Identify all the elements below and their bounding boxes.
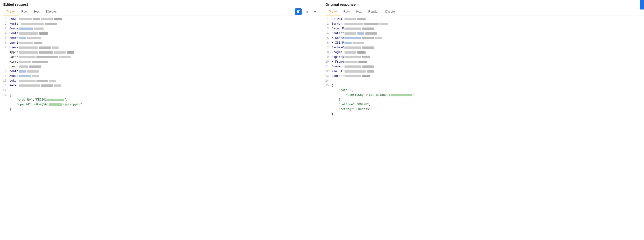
code-line: },	[322, 97, 644, 102]
tab-actions-left: \n ≡	[295, 8, 319, 15]
code-line: 13 Content	[322, 74, 644, 78]
code-line: 10 X-Frame	[322, 60, 644, 64]
code-line: 3 Date: M	[322, 26, 644, 31]
code-line: 11 Connect	[322, 64, 644, 69]
wrap-button[interactable]: \n	[304, 8, 310, 15]
code-line: "retMsg":"Success!"	[322, 107, 644, 112]
tab-raw-left[interactable]: Raw	[18, 8, 31, 16]
tab-render-right[interactable]: Render	[365, 8, 382, 16]
tab-hex-left[interactable]: Hex	[31, 8, 43, 16]
code-line: 7 Cache-C	[322, 45, 644, 50]
main-container: Edited request ⌄ Pretty Raw Hex iCrypto …	[0, 0, 644, 240]
tab-pretty-left[interactable]: Pretty	[3, 8, 18, 16]
code-line: Apple	[0, 50, 322, 55]
original-response-panel: Original response ⌄ Pretty Raw Hex Rende…	[322, 0, 644, 240]
code-line: 3 Conne	[0, 26, 322, 31]
code-line: "data":{	[322, 88, 644, 93]
tab-raw-right[interactable]: Raw	[340, 8, 353, 16]
tab-pretty-right[interactable]: Pretty	[326, 8, 340, 16]
code-line: 7 User-	[0, 45, 322, 50]
svg-rect-1	[297, 11, 299, 12]
edited-request-header: Edited request ⌄	[0, 0, 322, 8]
code-line: "orderNo":"FED202",	[0, 97, 322, 102]
code-line: 6 X-XSS-P	[322, 41, 644, 45]
original-response-dropdown[interactable]: ⌄	[357, 3, 359, 6]
code-line: 4 Conte	[0, 31, 322, 36]
original-response-title: Original response	[326, 2, 356, 7]
code-line: 11 Refer	[0, 83, 322, 88]
original-response-header: Original response ⌄	[322, 0, 644, 8]
code-line: "userIdKey":"67ef811aa984"	[322, 93, 644, 97]
original-response-tab-bar: Pretty Raw Hex Render iCrypto	[322, 8, 644, 16]
code-line: 2 Server:	[322, 22, 644, 26]
code-line: 1 HTTP/1.	[322, 17, 644, 22]
edited-request-title: Edited request	[3, 2, 28, 7]
tab-hex-right[interactable]: Hex	[353, 8, 365, 16]
code-line: 1 POST	[0, 17, 322, 22]
menu-button-left[interactable]: ≡	[312, 8, 319, 15]
code-line: 14	[322, 78, 644, 83]
original-response-code[interactable]: 1 HTTP/1. 2 Server: 3 Date: M 4 Content …	[322, 16, 644, 240]
code-line: "openId":"o6m7Q5F80jy7wtppNg"	[0, 102, 322, 107]
code-line: 8 Pragma:	[322, 50, 644, 55]
code-line: 12	[0, 88, 322, 93]
tab-icrypto-right[interactable]: iCrypto	[382, 8, 398, 16]
edited-request-tab-bar: Pretty Raw Hex iCrypto \n ≡	[0, 8, 322, 16]
code-line: "retCode":"00000",	[322, 102, 644, 107]
code-line: 5 chars	[0, 36, 322, 41]
code-line: 15 {	[322, 83, 644, 88]
code-line: 8 conte	[0, 69, 322, 74]
code-line: 12 Via: 1.	[322, 69, 644, 74]
code-line: Micro	[0, 60, 322, 64]
code-line: 6 openi	[0, 41, 322, 45]
format-button[interactable]	[295, 8, 302, 15]
code-line: 5 X-Conte	[322, 36, 644, 41]
code-line: 10 token	[0, 78, 322, 83]
code-line: Langu	[0, 64, 322, 69]
code-line: 4 Content	[322, 31, 644, 36]
code-line: 9 Expires	[322, 55, 644, 60]
code-line: 13 {	[0, 93, 322, 97]
edited-request-dropdown[interactable]: ⌄	[29, 3, 32, 6]
code-line: }	[322, 112, 644, 116]
code-line: Safar	[0, 55, 322, 60]
svg-rect-2	[297, 12, 299, 13]
tab-icrypto-left[interactable]: iCrypto	[43, 8, 59, 16]
edited-request-code[interactable]: 1 POST 2 Host: 3 Conne 4 Conte 5 chars	[0, 16, 322, 240]
svg-rect-0	[297, 11, 300, 11]
code-line: }	[0, 107, 322, 112]
code-line: 9 Accep	[0, 74, 322, 78]
edited-request-panel: Edited request ⌄ Pretty Raw Hex iCrypto …	[0, 0, 322, 240]
code-line: 2 Host:	[0, 22, 322, 26]
